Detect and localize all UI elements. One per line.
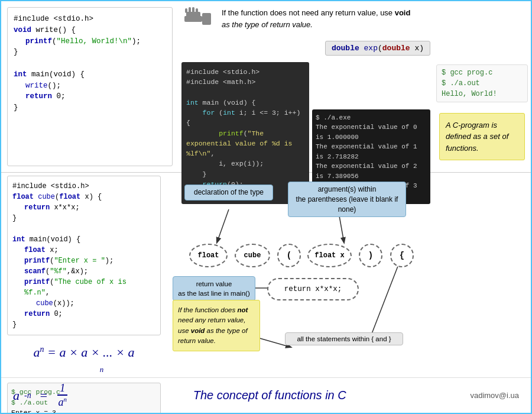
code-line: void write() { xyxy=(14,25,166,36)
compile-output-top: $ gcc prog.c$ ./a.outHello, World! xyxy=(436,64,528,102)
code-box-bottomleft: #include <stdio.h> float cube(float x) {… xyxy=(7,176,161,335)
bottom-concept: The concept of functions in C xyxy=(69,389,470,402)
sticky-note-top: A C-program is defined as a set of funct… xyxy=(439,113,525,161)
token-cube: cube xyxy=(235,244,270,267)
bottom-formula: a-n = 1 an xyxy=(1,382,69,409)
bottom-bar: a-n = 1 an The concept of functions in C… xyxy=(1,377,531,413)
token-float-x: float x xyxy=(307,244,352,267)
token-open-paren: ( xyxy=(277,244,301,267)
svg-line-8 xyxy=(217,209,229,242)
void-explanation: If the function does not need any return… xyxy=(181,7,430,36)
top-right-area: If the function does not need any return… xyxy=(179,1,436,172)
bottom-left: #include <stdio.h> float cube(float x) {… xyxy=(1,173,167,380)
token-close-paren: ) xyxy=(359,244,382,267)
code-line: printf("Hello, World!\n"); xyxy=(14,36,166,47)
code-line: write(); xyxy=(14,80,166,92)
code-line: int main(void) { xyxy=(14,69,166,80)
void-text: If the function does not need any return… xyxy=(222,7,410,30)
return-value-label: return valueas the last line in main() xyxy=(173,276,255,301)
code-line: } xyxy=(14,102,166,114)
hand-icon xyxy=(181,7,217,36)
svg-line-12 xyxy=(368,260,400,344)
sticky-note-bottom: If the function does not need any return… xyxy=(173,300,260,351)
author: vadimov@i.ua xyxy=(470,391,531,400)
arguments-label: argument(s) withinthe parentheses (leave… xyxy=(288,182,406,217)
token-float: float xyxy=(189,244,228,267)
declaration-label: declaration of the type xyxy=(184,185,273,200)
code-line: return 0; xyxy=(14,91,166,102)
all-statements-label: all the statements within { and } xyxy=(285,332,403,345)
func-signature-box: double exp(double x) xyxy=(325,41,430,56)
top-section: #include <stdio.h> void write() { printf… xyxy=(1,1,531,173)
code-line: } xyxy=(14,47,166,58)
bottom-section: #include <stdio.h> float cube(float x) {… xyxy=(1,173,531,380)
math-formula: an = a × a × ... × a n xyxy=(7,345,161,376)
diagram-container: declaration of the type argument(s) with… xyxy=(173,179,525,374)
token-open-brace: { xyxy=(390,244,414,267)
svg-rect-1 xyxy=(202,13,211,25)
code-box-topleft: #include <stdio.h> void write() { printf… xyxy=(7,7,173,166)
code-line: #include <stdio.h> xyxy=(14,14,166,25)
return-statement: return x*x*x; xyxy=(267,278,359,300)
bottom-right-diagram: declaration of the type argument(s) with… xyxy=(167,173,531,380)
